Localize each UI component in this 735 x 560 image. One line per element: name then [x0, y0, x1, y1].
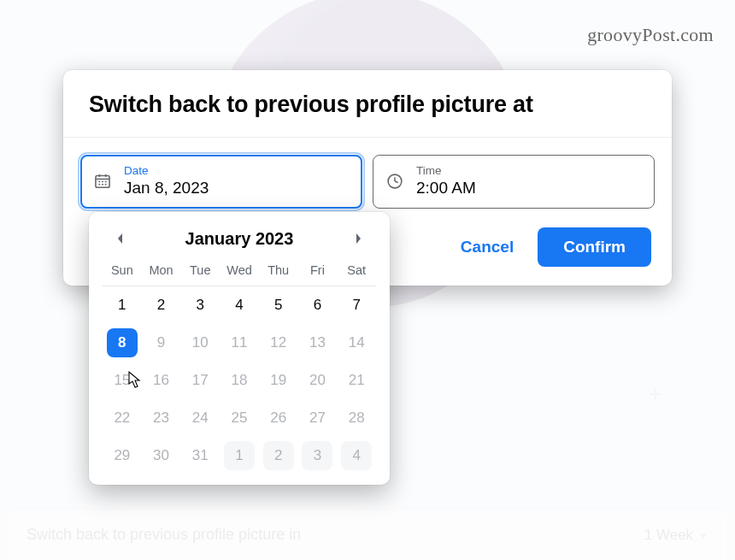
date-value: Jan 8, 2023 — [124, 178, 209, 199]
calendar-day[interactable]: 1 — [103, 286, 142, 324]
calendar-day-header: Mon — [142, 258, 181, 286]
prev-month-button[interactable] — [108, 226, 133, 251]
calendar-day[interactable]: 23 — [142, 399, 181, 437]
calendar-day[interactable]: 31 — [180, 437, 220, 475]
calendar-day[interactable]: 16 — [142, 362, 181, 399]
calendar-month-label: January 2023 — [185, 229, 294, 249]
confirm-button[interactable]: Confirm — [538, 227, 651, 267]
add-photo-button[interactable]: + — [649, 380, 662, 408]
calendar-day[interactable]: 21 — [337, 362, 376, 399]
next-month-button[interactable] — [345, 226, 371, 251]
calendar-day[interactable]: 3 — [298, 437, 338, 475]
cancel-button[interactable]: Cancel — [450, 229, 524, 265]
calendar-day-header: Sat — [337, 258, 376, 286]
calendar-popover: January 2023 SunMonTueWedThuFriSat 12345… — [89, 212, 390, 485]
calendar-day[interactable]: 1 — [220, 437, 259, 475]
switch-back-in-row: Switch back to previous profile picture … — [7, 509, 728, 560]
date-label: Date — [124, 164, 209, 178]
calendar-day[interactable]: 18 — [220, 362, 259, 399]
clock-icon — [385, 172, 404, 191]
time-picker-field[interactable]: Time 2:00 AM — [373, 155, 655, 209]
calendar-day[interactable]: 6 — [298, 286, 338, 324]
calendar-day[interactable]: 3 — [180, 286, 220, 324]
calendar-day[interactable]: 5 — [259, 286, 298, 324]
calendar-day[interactable]: 27 — [298, 399, 338, 437]
calendar-day-header: Wed — [220, 258, 259, 286]
calendar-day[interactable]: 19 — [259, 362, 298, 399]
calendar-day-header: Sun — [103, 258, 142, 286]
calendar-day[interactable]: 10 — [180, 324, 220, 362]
calendar-day[interactable]: 9 — [142, 324, 181, 362]
chevron-down-icon: ▼ — [698, 530, 709, 542]
calendar-day[interactable]: 17 — [180, 362, 220, 399]
calendar-day[interactable]: 14 — [337, 324, 376, 362]
time-value: 2:00 AM — [416, 178, 476, 199]
calendar-day[interactable]: 4 — [337, 437, 376, 475]
calendar-day[interactable]: 26 — [259, 399, 298, 437]
svg-line-12 — [395, 181, 398, 182]
calendar-day[interactable]: 28 — [337, 399, 376, 437]
calendar-day[interactable]: 25 — [220, 399, 259, 437]
calendar-day[interactable]: 29 — [103, 437, 142, 475]
calendar-day[interactable]: 12 — [259, 324, 298, 362]
date-picker-field[interactable]: Date Jan 8, 2023 — [80, 155, 362, 209]
calendar-day[interactable]: 8 — [103, 324, 142, 362]
calendar-day[interactable]: 13 — [298, 324, 338, 362]
time-label: Time — [416, 164, 476, 178]
watermark-text: groovyPost.com — [587, 24, 714, 46]
calendar-day[interactable]: 7 — [337, 286, 376, 324]
calendar-day[interactable]: 22 — [103, 399, 142, 437]
modal-title: Switch back to previous profile picture … — [89, 91, 646, 118]
calendar-day[interactable]: 20 — [298, 362, 338, 399]
calendar-day[interactable]: 2 — [142, 286, 181, 324]
switch-back-in-label: Switch back to previous profile picture … — [26, 526, 301, 544]
calendar-day-header: Fri — [298, 258, 338, 286]
calendar-day[interactable]: 30 — [142, 437, 181, 475]
calendar-day-header: Tue — [180, 258, 220, 286]
calendar-day-header: Thu — [259, 258, 298, 286]
calendar-day[interactable]: 2 — [259, 437, 298, 475]
calendar-day[interactable]: 4 — [220, 286, 259, 324]
calendar-day[interactable]: 15 — [103, 362, 142, 399]
duration-dropdown[interactable]: 1 Week▼ — [644, 527, 709, 544]
calendar-day[interactable]: 11 — [220, 324, 259, 362]
calendar-icon — [93, 172, 112, 191]
calendar-day[interactable]: 24 — [180, 399, 220, 437]
